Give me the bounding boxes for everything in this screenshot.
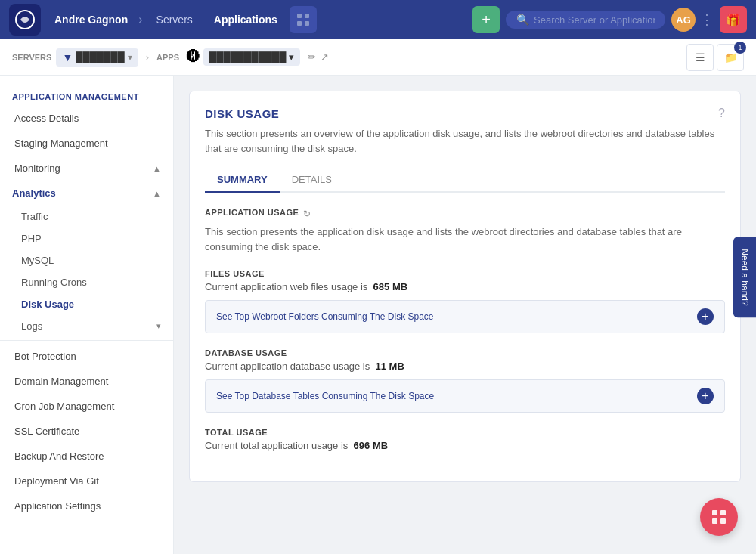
search-input[interactable]: [534, 14, 655, 26]
svg-rect-3: [297, 21, 302, 26]
folder-view-button[interactable]: 📁 1: [717, 44, 744, 71]
sidebar-item-ssl[interactable]: SSL Certificate: [0, 419, 173, 444]
files-usage-section: FILES USAGE Current application web file…: [205, 269, 725, 333]
logo[interactable]: [9, 4, 41, 36]
files-usage-button[interactable]: See Top Webroot Folders Consuming The Di…: [205, 300, 725, 333]
view-controls: ☰ 📁 1: [686, 44, 744, 71]
svg-rect-6: [720, 510, 726, 515]
servers-breadcrumb: Servers ▼ ███████ ▾: [12, 48, 138, 67]
floating-help-button[interactable]: Need a hand?: [733, 237, 756, 317]
app-usage-desc: This section presents the application di…: [205, 224, 725, 254]
fab-button[interactable]: [700, 498, 738, 536]
sidebar-item-app-settings[interactable]: Application Settings: [0, 494, 173, 518]
sidebar-item-analytics[interactable]: Analytics ▲: [0, 181, 173, 206]
files-expand-icon: +: [697, 308, 714, 325]
db-usage-title: DATABASE USAGE: [205, 348, 725, 357]
svg-rect-7: [712, 518, 717, 524]
topnav: Andre Gagnon › Servers Applications + 🔍 …: [0, 0, 756, 39]
total-usage-desc: Current total application usage is 696 M…: [205, 440, 725, 451]
svg-rect-1: [297, 14, 302, 18]
sidebar-item-access-details[interactable]: Access Details: [0, 106, 173, 131]
tab-summary[interactable]: SUMMARY: [205, 168, 280, 193]
grid-icon[interactable]: [290, 6, 317, 33]
avatar[interactable]: AG: [671, 8, 696, 32]
sidebar-item-deployment[interactable]: Deployment Via Git: [0, 469, 173, 494]
card-title: DISK USAGE: [205, 107, 279, 120]
servers-label: Servers: [12, 53, 51, 62]
server-name: ███████: [76, 51, 124, 63]
sidebar-item-php[interactable]: PHP: [0, 227, 173, 249]
app-name[interactable]: ███████████ ▾: [203, 48, 300, 66]
search-bar: 🔍: [506, 11, 665, 29]
app-usage-title: APPLICATION USAGE: [205, 208, 299, 217]
sidebar-item-staging[interactable]: Staging Management: [0, 131, 173, 156]
app-actions: ✏ ↗: [308, 51, 329, 63]
sidebar-divider: [0, 340, 173, 341]
sidebar-item-disk-usage[interactable]: Disk Usage: [0, 293, 173, 315]
help-icon[interactable]: ?: [718, 107, 725, 120]
user-chevron-icon: ›: [138, 13, 142, 26]
app-usage-section: APPLICATION USAGE ↻ This section present…: [205, 208, 725, 254]
user-name[interactable]: Andre Gagnon: [48, 14, 134, 26]
svg-rect-2: [305, 14, 309, 18]
files-usage-title: FILES USAGE: [205, 269, 725, 278]
total-usage-title: TOTAL USAGE: [205, 428, 725, 437]
top-navigation: Servers Applications: [147, 9, 287, 30]
list-icon: ☰: [696, 51, 705, 63]
main-layout: Application Management Access Details St…: [0, 76, 756, 554]
edit-icon[interactable]: ✏: [308, 51, 316, 63]
main-content: DISK USAGE ? This section presents an ov…: [174, 76, 756, 554]
badge: 1: [734, 42, 746, 54]
sidebar-item-bot-protection[interactable]: Bot Protection: [0, 344, 173, 369]
app-chevron-icon: ▾: [289, 51, 294, 63]
db-usage-button[interactable]: See Top Database Tables Consuming The Di…: [205, 379, 725, 413]
svg-rect-8: [720, 518, 726, 524]
server-selector[interactable]: ▼ ███████ ▾: [56, 48, 138, 67]
sidebar-item-mysql[interactable]: MySQL: [0, 249, 173, 271]
sidebar-item-traffic[interactable]: Traffic: [0, 206, 173, 227]
sidebar: Application Management Access Details St…: [0, 76, 174, 554]
card-description: This section presents an overview of the…: [205, 126, 725, 156]
apps-label: Apps: [156, 53, 179, 62]
gift-icon[interactable]: 🎁: [720, 6, 747, 33]
server-chevron-icon: ▾: [128, 52, 132, 63]
content-tabs: SUMMARY DETAILS: [205, 168, 725, 193]
monitoring-chevron-icon: ▲: [153, 164, 161, 173]
sidebar-item-logs[interactable]: Logs ▾: [0, 315, 173, 337]
refresh-icon[interactable]: ↻: [303, 209, 311, 219]
app-selector[interactable]: Apps 🅦 ███████████ ▾ ✏ ↗: [156, 48, 329, 66]
disk-usage-card: DISK USAGE ? This section presents an ov…: [189, 91, 741, 482]
sidebar-item-cron-job[interactable]: Cron Job Management: [0, 394, 173, 419]
add-button[interactable]: +: [472, 6, 500, 33]
analytics-chevron-icon: ▲: [153, 189, 161, 198]
logs-chevron-icon: ▾: [156, 321, 161, 331]
sidebar-section-title: Application Management: [0, 85, 173, 106]
total-usage-section: TOTAL USAGE Current total application us…: [205, 428, 725, 451]
files-usage-desc: Current application web files usage is 6…: [205, 281, 725, 292]
db-usage-desc: Current application database usage is 11…: [205, 361, 725, 372]
breadcrumb: Servers ▼ ███████ ▾ › Apps 🅦 ███████████…: [0, 39, 756, 76]
nav-applications[interactable]: Applications: [205, 9, 287, 30]
list-view-button[interactable]: ☰: [686, 44, 714, 71]
sidebar-item-running-crons[interactable]: Running Crons: [0, 271, 173, 293]
wordpress-icon: 🅦: [187, 49, 200, 65]
tab-details[interactable]: DETAILS: [280, 168, 344, 193]
folder-icon: 📁: [724, 51, 737, 63]
sidebar-item-monitoring[interactable]: Monitoring ▲: [0, 156, 173, 181]
sidebar-item-domain-management[interactable]: Domain Management: [0, 369, 173, 394]
breadcrumb-arrow-icon: ›: [146, 51, 149, 63]
more-options-icon[interactable]: ⋮: [700, 11, 714, 28]
nav-servers[interactable]: Servers: [147, 9, 202, 30]
server-icon: ▼: [62, 51, 73, 63]
card-title-row: DISK USAGE ?: [205, 107, 725, 120]
analytics-submenu: Traffic PHP MySQL Running Crons Disk Usa…: [0, 206, 173, 337]
sidebar-item-backup[interactable]: Backup And Restore: [0, 444, 173, 469]
db-expand-icon: +: [697, 388, 714, 404]
search-icon: 🔍: [516, 14, 529, 26]
svg-rect-4: [305, 21, 309, 26]
svg-rect-5: [712, 510, 717, 515]
db-usage-section: DATABASE USAGE Current application datab…: [205, 348, 725, 413]
external-link-icon[interactable]: ↗: [321, 51, 329, 63]
